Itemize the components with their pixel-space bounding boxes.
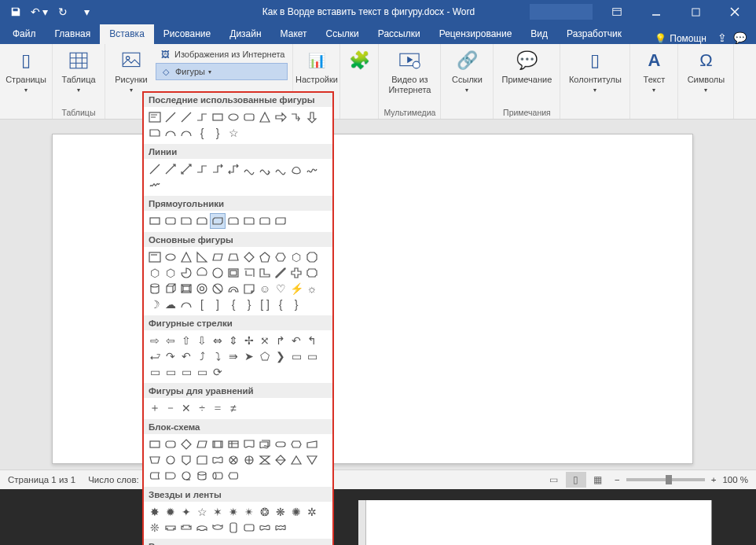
- shape-line[interactable]: [163, 109, 178, 125]
- shape-arrow-callout-lr[interactable]: ▭: [178, 364, 194, 380]
- shape-lightning[interactable]: ⚡: [288, 281, 304, 296]
- shape-blockarc[interactable]: [226, 281, 241, 296]
- shape-elbow-arrow[interactable]: [210, 161, 226, 177]
- shapes-button[interactable]: ◇ Фигуры ▾: [156, 63, 288, 80]
- shape-flow-process[interactable]: [147, 436, 163, 452]
- tab-home[interactable]: Главная: [46, 24, 101, 44]
- shape-dodecagon[interactable]: ⬡: [163, 265, 178, 281]
- addins-button[interactable]: 📊 Настройки: [296, 46, 337, 85]
- shape-heptagon[interactable]: ⬡: [288, 249, 304, 265]
- shape-flow-data[interactable]: [194, 436, 210, 452]
- shape-snip1[interactable]: [178, 213, 194, 229]
- shape-notequal[interactable]: ≠: [226, 400, 241, 416]
- shape-flow-magdisk[interactable]: [194, 468, 210, 484]
- shape-arrow-lr[interactable]: ⇔: [210, 333, 226, 348]
- tab-insert[interactable]: Вставка: [100, 24, 154, 44]
- shape-frame[interactable]: [226, 265, 241, 281]
- text-button[interactable]: A Текст ▾: [635, 46, 673, 94]
- shape-diagstripe[interactable]: [273, 265, 288, 281]
- shape-arc[interactable]: [178, 296, 194, 312]
- shape-arrow-callout-d[interactable]: ▭: [304, 348, 320, 364]
- shape-flow-internal[interactable]: [226, 436, 241, 452]
- shape-ribbon-curved-u[interactable]: [194, 520, 210, 536]
- shape-flow-alt[interactable]: [163, 436, 178, 452]
- shape-hexagon[interactable]: [273, 249, 288, 265]
- shape-explosion2[interactable]: ✹: [163, 504, 178, 520]
- zoom-slider[interactable]: [626, 478, 705, 481]
- shape-star6[interactable]: ✶: [210, 504, 226, 520]
- shape-elbow-double[interactable]: [226, 161, 241, 177]
- shape-arrow-bent[interactable]: ↱: [273, 333, 288, 348]
- shape-moon[interactable]: ☽: [147, 296, 163, 312]
- save-icon[interactable]: [5, 2, 27, 22]
- store-button[interactable]: 🧩: [345, 46, 373, 73]
- shape-arrow-bentup[interactable]: ⮐: [147, 348, 163, 364]
- shape-trapezoid[interactable]: [226, 249, 241, 265]
- shape-round2diag[interactable]: [273, 213, 288, 229]
- symbols-button[interactable]: Ω Символы ▾: [683, 46, 728, 94]
- shape-bracket-l[interactable]: [: [194, 296, 210, 312]
- shape-flow-collate[interactable]: [257, 452, 273, 468]
- shape-arrow-notched[interactable]: ➤: [241, 348, 257, 364]
- shape-arc2[interactable]: [178, 125, 194, 141]
- pages-button[interactable]: ▯ Страницы ▾: [5, 46, 47, 94]
- shape-sun[interactable]: ☼: [304, 281, 320, 296]
- shape-flow-direct[interactable]: [210, 468, 226, 484]
- shape-scribble[interactable]: [147, 177, 163, 193]
- comments-icon[interactable]: 💬: [733, 31, 747, 44]
- shape-line[interactable]: [147, 161, 163, 177]
- shape-roundrect[interactable]: [163, 213, 178, 229]
- shape-lshape[interactable]: [257, 265, 273, 281]
- shape-foldedcorner[interactable]: [241, 281, 257, 296]
- word-count[interactable]: Число слов:: [88, 475, 139, 484]
- shape-curve-double[interactable]: [273, 161, 288, 177]
- tab-view[interactable]: Вид: [521, 24, 557, 44]
- shape-arrow-circular[interactable]: ⟳: [210, 364, 226, 380]
- shape-halfframe[interactable]: [241, 265, 257, 281]
- shape-flow-stored[interactable]: [147, 468, 163, 484]
- shape-textbox[interactable]: [147, 109, 163, 125]
- shape-star32[interactable]: ❊: [147, 520, 163, 536]
- shape-ribbon-curved-d[interactable]: [210, 520, 226, 536]
- shape-star7[interactable]: ✷: [226, 504, 241, 520]
- shape-flow-prep[interactable]: [288, 436, 304, 452]
- shape-oval[interactable]: [226, 109, 241, 125]
- table-button[interactable]: Таблица ▾: [57, 46, 100, 94]
- shape-nosymbol[interactable]: [210, 281, 226, 296]
- shape-triangle[interactable]: [178, 249, 194, 265]
- shape-arrow-ud[interactable]: ⇕: [226, 333, 241, 348]
- shape-arrow-callout-quad[interactable]: ▭: [194, 364, 210, 380]
- shape-rect[interactable]: [210, 109, 226, 125]
- shape-smiley[interactable]: ☺: [257, 281, 273, 296]
- shape-flow-sort[interactable]: [273, 452, 288, 468]
- shape-arrow-pentagon[interactable]: ⬠: [257, 348, 273, 364]
- zoom-in-button[interactable]: +: [711, 475, 717, 484]
- shape-plaque[interactable]: [304, 265, 320, 281]
- shape-flow-manual-op[interactable]: [147, 452, 163, 468]
- undo-icon[interactable]: ↶ ▾: [28, 2, 50, 22]
- shape-brace-l[interactable]: {: [226, 296, 241, 312]
- shape-flow-or[interactable]: [241, 452, 257, 468]
- shape-multiply[interactable]: ✕: [178, 400, 194, 416]
- shape-flow-offpage[interactable]: [178, 452, 194, 468]
- shape-brace-right[interactable]: }: [210, 125, 226, 141]
- shape-flow-tape[interactable]: [210, 452, 226, 468]
- shape-freeform[interactable]: [304, 161, 320, 177]
- print-layout-icon[interactable]: ▯: [566, 472, 586, 488]
- shape-arrow-callout-l[interactable]: ▭: [163, 364, 178, 380]
- tab-review[interactable]: Рецензирование: [430, 24, 522, 44]
- shape-donut[interactable]: [194, 281, 210, 296]
- shape-doublebrace-l[interactable]: {: [273, 296, 288, 312]
- shape-arrow-callout-r[interactable]: ▭: [288, 348, 304, 364]
- shape-teardrop[interactable]: [210, 265, 226, 281]
- shape-flow-merge[interactable]: [304, 452, 320, 468]
- shape-round2[interactable]: [257, 213, 273, 229]
- shape-parallelogram[interactable]: [210, 249, 226, 265]
- shape-rtriangle[interactable]: [194, 249, 210, 265]
- maximize-icon[interactable]: [677, 1, 714, 23]
- tab-design[interactable]: Дизайн: [220, 24, 270, 44]
- shape-elbow-arrow[interactable]: [288, 109, 304, 125]
- shape-arrow-curvedr[interactable]: ↷: [163, 348, 178, 364]
- shape-diamond[interactable]: [241, 249, 257, 265]
- shape-divide[interactable]: ÷: [194, 400, 210, 416]
